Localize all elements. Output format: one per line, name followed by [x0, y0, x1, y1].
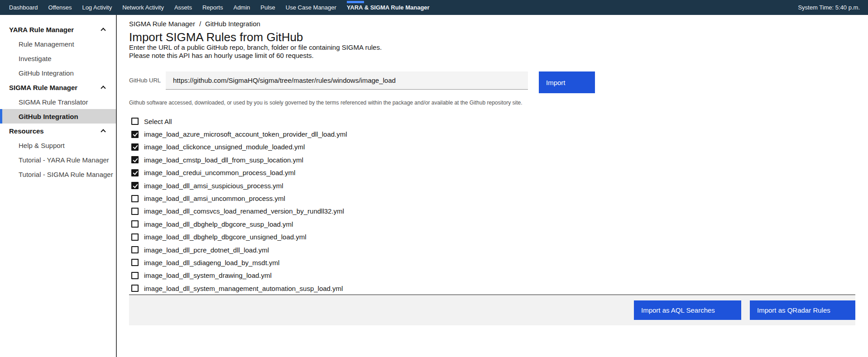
file-row: image_load_credui_uncommon_process_load.…: [129, 167, 855, 179]
file-row: image_load_dll_pcre_dotnet_dll_load.yml: [129, 243, 855, 256]
file-name: image_load_clickonce_unsigned_module_loa…: [144, 143, 305, 151]
file-list: Select All image_load_azure_microsoft_ac…: [129, 115, 855, 295]
github-url-input[interactable]: [166, 71, 528, 90]
nav-item-log-activity[interactable]: Log Activity: [82, 0, 112, 15]
top-nav-tabs: DashboardOffensesLog ActivityNetwork Act…: [9, 0, 430, 15]
system-time: System Time: 5:40 p.m.: [798, 0, 860, 15]
file-row: image_load_dll_amsi_suspicious_process.y…: [129, 179, 855, 192]
file-checkbox[interactable]: [131, 233, 139, 241]
sidebar-item-resources-tutorial-sigma-rule-manager[interactable]: Tutorial - SIGMA Rule Manager: [0, 167, 116, 181]
nav-item-dashboard[interactable]: Dashboard: [9, 0, 38, 15]
file-checkbox[interactable]: [131, 169, 139, 176]
select-all-checkbox[interactable]: [131, 118, 139, 125]
file-name: image_load_dll_comsvcs_load_renamed_vers…: [144, 207, 344, 215]
file-checkbox[interactable]: [131, 246, 139, 253]
sidebar-item-resources-tutorial-yara-rule-manager[interactable]: Tutorial - YARA Rule Manager: [0, 152, 116, 167]
sidebar-section-resources[interactable]: Resources: [0, 124, 116, 138]
top-nav: DashboardOffensesLog ActivityNetwork Act…: [0, 0, 868, 15]
file-name: image_load_dll_amsi_uncommon_process.yml: [144, 195, 285, 202]
sidebar-item-yara-rule-management[interactable]: Rule Management: [0, 37, 116, 51]
chevron-up-icon: [101, 28, 106, 33]
file-checkbox[interactable]: [131, 156, 139, 163]
file-row: image_load_dll_dbghelp_dbgcore_unsigned_…: [129, 231, 855, 243]
file-row: image_load_cmstp_load_dll_from_susp_loca…: [129, 153, 855, 166]
github-url-label: GitHub URL: [129, 71, 159, 90]
page-description-line2: Please note this API has an hourly usage…: [129, 52, 855, 60]
file-checkbox[interactable]: [131, 285, 139, 292]
file-checkbox[interactable]: [131, 195, 139, 202]
sidebar-section-yara-rule-manager[interactable]: YARA Rule Manager: [0, 22, 116, 37]
file-checkbox[interactable]: [131, 220, 139, 228]
file-name: image_load_cmstp_load_dll_from_susp_loca…: [144, 156, 303, 164]
file-checkbox[interactable]: [131, 143, 139, 151]
file-name: image_load_dll_system_drawing_load.yml: [144, 271, 272, 279]
sidebar-item-resources-help-support[interactable]: Help & Support: [0, 138, 116, 152]
github-disclaimer: Github software accessed, downloaded, or…: [129, 100, 855, 106]
nav-item-admin[interactable]: Admin: [233, 0, 250, 15]
select-all-label: Select All: [144, 118, 172, 125]
breadcrumb: SIGMA Rule Manager / GitHub Integration: [129, 19, 855, 29]
import-as-aql-searches-button[interactable]: Import as AQL Searches: [634, 300, 741, 320]
file-row: image_load_dll_system_drawing_load.yml: [129, 269, 855, 282]
sidebar-section-label: SIGMA Rule Manager: [9, 84, 77, 91]
sidebar-item-yara-investigate[interactable]: Investigate: [0, 51, 116, 66]
sidebar-section-sigma-rule-manager[interactable]: SIGMA Rule Manager: [0, 80, 116, 95]
file-name: image_load_azure_microsoft_account_token…: [144, 130, 347, 138]
file-checkbox[interactable]: [131, 208, 139, 215]
nav-item-use-case-manager[interactable]: Use Case Manager: [286, 0, 336, 15]
nav-item-network-activity[interactable]: Network Activity: [122, 0, 164, 15]
file-row: image_load_clickonce_unsigned_module_loa…: [129, 141, 855, 153]
file-checkbox[interactable]: [131, 131, 139, 138]
file-row: image_load_dll_system_management_automat…: [129, 282, 855, 295]
nav-item-reports[interactable]: Reports: [202, 0, 223, 15]
file-name: image_load_dll_dbghelp_dbgcore_unsigned_…: [144, 233, 307, 241]
chevron-up-icon: [101, 129, 106, 134]
chevron-up-icon: [101, 86, 106, 90]
file-checkbox[interactable]: [131, 182, 139, 189]
file-name: image_load_dll_amsi_suspicious_process.y…: [144, 182, 283, 190]
file-name: image_load_dll_dbghelp_dbgcore_susp_load…: [144, 220, 293, 228]
file-name: image_load_dll_pcre_dotnet_dll_load.yml: [144, 246, 269, 254]
nav-item-offenses[interactable]: Offenses: [48, 0, 72, 15]
file-name: image_load_dll_sdiageng_load_by_msdt.yml: [144, 259, 279, 267]
select-all-row: Select All: [129, 115, 855, 128]
nav-item-pulse[interactable]: Pulse: [260, 0, 275, 15]
content-area: SIGMA Rule Manager / GitHub Integration …: [117, 15, 855, 357]
sidebar: YARA Rule ManagerRule ManagementInvestig…: [0, 15, 117, 357]
page-title: Import SIGMA Rules from GitHub: [129, 31, 855, 43]
file-row: image_load_dll_comsvcs_load_renamed_vers…: [129, 205, 855, 218]
file-row: image_load_azure_microsoft_account_token…: [129, 128, 855, 140]
page-description-line1: Enter the URL of a public GitHub repo, b…: [129, 43, 855, 52]
main-body: YARA Rule ManagerRule ManagementInvestig…: [0, 15, 868, 357]
file-checkbox[interactable]: [131, 272, 139, 279]
github-url-form: GitHub URL Import: [129, 71, 855, 93]
breadcrumb-separator: /: [199, 19, 201, 29]
file-name: image_load_credui_uncommon_process_load.…: [144, 169, 295, 176]
sidebar-item-sigma-sigma-rule-translator[interactable]: SIGMA Rule Translator: [0, 95, 116, 109]
import-as-qradar-rules-button[interactable]: Import as QRadar Rules: [750, 300, 855, 320]
file-row: image_load_dll_dbghelp_dbgcore_susp_load…: [129, 218, 855, 230]
footer-action-bar: Import as AQL Searches Import as QRadar …: [129, 295, 855, 325]
sidebar-item-yara-github-integration[interactable]: GitHub Integration: [0, 66, 116, 80]
sidebar-item-sigma-github-integration[interactable]: GitHub Integration: [0, 109, 116, 124]
import-button[interactable]: Import: [539, 71, 595, 93]
sidebar-section-label: Resources: [9, 127, 44, 135]
breadcrumb-item-github-integration[interactable]: GitHub Integration: [205, 19, 260, 29]
breadcrumb-item-sigma-rule-manager[interactable]: SIGMA Rule Manager: [129, 19, 195, 29]
file-row: image_load_dll_sdiageng_load_by_msdt.yml: [129, 256, 855, 269]
file-checkbox[interactable]: [131, 259, 139, 266]
nav-item-assets[interactable]: Assets: [174, 0, 192, 15]
file-name: image_load_dll_system_management_automat…: [144, 285, 343, 292]
file-row: image_load_dll_amsi_uncommon_process.yml: [129, 192, 855, 205]
sidebar-section-label: YARA Rule Manager: [9, 26, 74, 33]
nav-item-yara-sigma-rule-manager[interactable]: YARA & SIGMA Rule Manager: [347, 0, 430, 15]
